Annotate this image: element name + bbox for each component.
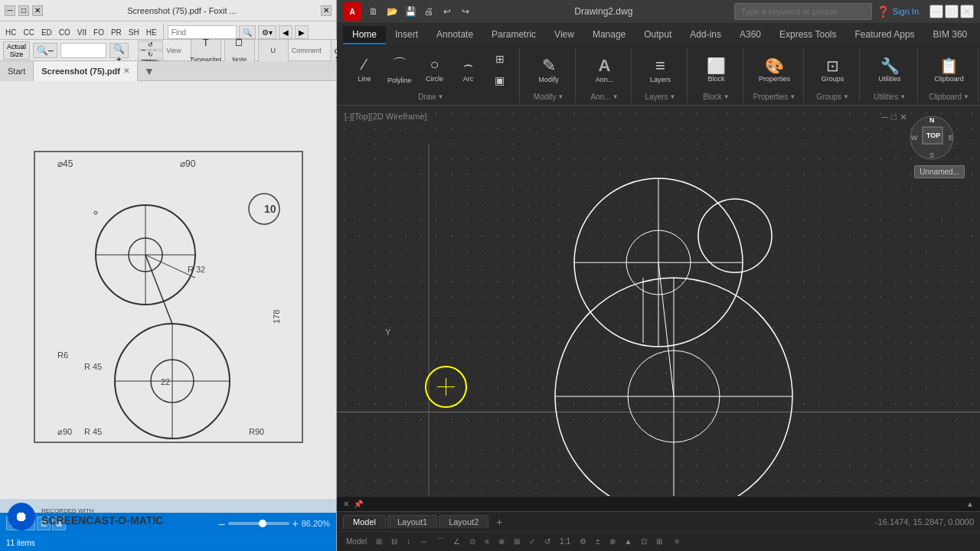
tab-layout1[interactable]: Layout1 [387,515,437,528]
tab-layout2[interactable]: Layout2 [439,515,488,528]
restore-right-btn[interactable]: □ [945,5,959,18]
circle-btn[interactable]: ○ Circle [420,49,450,90]
zoom-slider[interactable] [228,522,289,525]
tab-pr[interactable]: PR [109,28,124,37]
print-btn[interactable]: 🖨 [421,4,436,19]
tab-pdf[interactable]: Screenshot (75).pdf ✕ [34,61,138,81]
close-window-btn[interactable]: ✕ [321,5,332,16]
groups-expand[interactable]: Groups ▼ [816,93,849,101]
properties-expand[interactable]: Properties ▼ [753,93,796,101]
tab-he[interactable]: HE [144,28,159,37]
new-tab-btn[interactable]: ▼ [138,64,161,79]
tab-hc[interactable]: HC [3,28,18,37]
tab-vii[interactable]: VII [75,28,89,37]
u-btn[interactable]: U [258,39,289,62]
ann-expand[interactable]: Ann... ▼ [591,93,619,101]
modify-btn[interactable]: ✎ Modify [529,49,569,90]
sel-cycle-btn[interactable]: ✓ [526,536,538,546]
qp-btn[interactable]: ⊞ [511,536,523,546]
maximize-btn-left[interactable]: □ [18,5,29,16]
cad-viewport[interactable]: [-][Top][2D Wireframe] ─ □ ✕ TOP N S E W [337,106,980,496]
minimize-btn-left[interactable]: ─ [5,5,15,16]
hatch-btn[interactable]: ▣ [487,70,513,90]
tab-ed[interactable]: ED [39,28,54,37]
draw-group-expand[interactable]: Draw ▼ [418,93,443,101]
properties-btn[interactable]: 🎨 Properties [753,49,797,90]
viewport-minimize-btn[interactable]: ─ [881,112,888,122]
rotate-right-btn[interactable]: ↻ Rotate Right [138,51,164,60]
tab-co[interactable]: CO [57,28,73,37]
forward-btn[interactable]: ▶ [295,25,309,39]
tab-express-tools[interactable]: Express Tools [770,26,845,44]
anno-scale-btn[interactable]: ⚙ [577,536,590,546]
settings-btn[interactable]: ⚙▾ [258,25,276,39]
ortho-btn[interactable]: ↕ [403,536,413,546]
hardware-btn[interactable]: ⊡ [638,536,650,546]
groups-btn[interactable]: ⊡ Groups [813,49,853,90]
command-close-btn[interactable]: ✕ [343,500,349,508]
tab-start[interactable]: Start [0,61,34,81]
ducs-btn[interactable]: ⊙ [466,536,479,546]
lweight-btn[interactable]: ≡ [482,536,492,546]
snap-btn[interactable]: ⊟ [388,536,400,546]
utilities-btn[interactable]: 🔧 Utilities [869,49,911,90]
tab-model[interactable]: Model [343,515,386,529]
workspace-btn[interactable]: ± [593,536,603,546]
clipboard-btn[interactable]: 📋 Clipboard [927,49,972,90]
block-btn[interactable]: ⬜ Block [697,49,737,90]
ann-btn[interactable]: A Ann... [585,49,625,90]
close-right-btn[interactable]: ✕ [960,5,974,18]
help-icon[interactable]: ❓ [877,5,890,18]
back-btn[interactable]: ◀ [279,25,292,39]
tab-output[interactable]: Output [635,26,681,44]
redo-btn[interactable]: ↪ [458,4,473,19]
tab-manage[interactable]: Manage [583,26,635,44]
layers-expand[interactable]: Layers ▼ [645,93,676,101]
note-btn[interactable]: 🗒Note [224,39,255,62]
unnamed-btn[interactable]: Unnamed... [914,165,965,178]
line-btn[interactable]: ∕ Line [349,49,380,90]
modify-expand[interactable]: Modify ▼ [534,93,564,101]
tab-addins[interactable]: Add-ins [681,26,730,44]
add-layout-btn[interactable]: + [490,514,508,530]
tab-a360[interactable]: A360 [730,26,770,44]
zoom-out-btn[interactable]: 🔍– [33,43,57,58]
rotate-left-btn[interactable]: ↺ Rotate Left [138,41,164,50]
polar-btn[interactable]: ↔ [416,536,430,546]
layers-btn[interactable]: ≡ Layers [641,49,681,90]
tab-close-icon[interactable]: ✕ [123,67,129,75]
open-file-btn[interactable]: 📂 [384,4,400,19]
tab-annotate[interactable]: Annotate [427,26,482,44]
utilities-expand[interactable]: Utilities ▼ [874,93,906,101]
typewriter-btn[interactable]: TTypewriter [191,39,221,62]
properties-status-btn[interactable]: ⊞ [653,536,665,546]
zoom-in-btn[interactable]: 🔍+ [109,43,129,58]
tab-insert[interactable]: Insert [386,26,427,44]
minimize-right-btn[interactable]: ─ [929,5,943,18]
tab-cc[interactable]: CC [21,28,36,37]
viewport-close-btn[interactable]: ✕ [900,112,907,122]
block-expand[interactable]: Block ▼ [703,93,729,101]
rect-btn[interactable]: ⊞ [487,49,513,69]
undo-btn[interactable]: ↩ [439,4,455,19]
zoom-input[interactable]: 86.20% [60,43,106,58]
tab-home[interactable]: Home [343,26,386,44]
sign-in-btn[interactable]: Sign In [893,7,919,16]
3dosnap-btn[interactable]: ↺ [541,536,554,546]
command-input[interactable] [368,500,962,509]
viewport-restore-btn[interactable]: □ [891,112,897,122]
actual-size-btn[interactable]: ActualSize [3,41,30,60]
scale-btn[interactable]: 1:1 [557,536,573,546]
grid-btn[interactable]: ⊞ [373,536,385,546]
tab-sh[interactable]: SH [126,28,142,37]
tab-parametric[interactable]: Parametric [482,26,545,44]
isolate-btn[interactable]: ▲ [622,536,635,546]
polyline-btn[interactable]: ⌒ Polyline [383,49,416,90]
osnap-btn[interactable]: ⌒ [433,536,447,548]
search-input[interactable] [734,3,872,20]
otrack-btn[interactable]: ∠ [450,536,463,546]
new-file-btn[interactable]: 🗎 [366,4,381,19]
tpmode-btn[interactable]: ⊕ [495,536,508,546]
model-status-btn[interactable]: Model [343,536,370,546]
ui-btn[interactable]: ≡ [671,536,682,546]
